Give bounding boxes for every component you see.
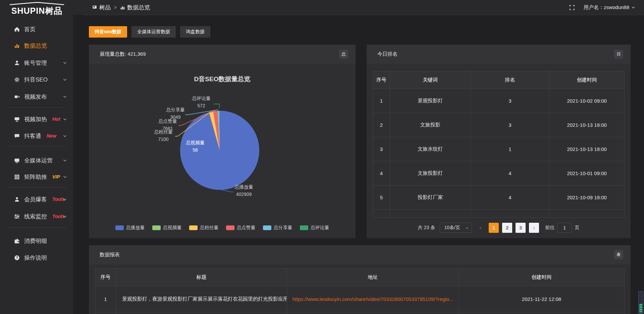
table-row: 1 景观投影灯，夜游景观投影灯厂家展示展示落花灯在花园里的灯光投影应用效果 # … [95,286,624,312]
breadcrumb-item-overview[interactable]: 数据总览 [120,4,150,11]
legend-item[interactable]: 总粉丝量 [189,225,219,231]
sidebar-item-label: 数据总览 [24,42,47,50]
logo[interactable]: SHUPIN树品 [7,2,66,16]
page-size-value: 10条/页 [444,225,460,231]
user-menu[interactable]: 用户名：zswodun88 [584,4,635,11]
sidebar-item-data-overview[interactable]: 数据总览 [0,40,73,51]
impressions-total: 展现量总数: 421,369 [100,51,146,57]
tab-media-operation[interactable]: 全媒体运营数据 [131,26,176,38]
table-row: 1 景观投影灯 3 2021-10-02 09:00 [373,89,624,113]
sidebar-item-douyin-seo[interactable]: 抖音SEO [0,74,73,85]
table-row: 3 文旅水纹灯 1 2021-10-13 18:00 [373,137,624,161]
column-header: 创建时间 [459,269,624,286]
video-url-link[interactable]: https://www.iesdouyin.com/share/video/70… [292,296,453,302]
question-icon: ? [14,255,20,261]
report-table: 序号 标题 地址 创建时间 1 景观投影灯，夜游景观投影灯厂家展示展示落花灯在花… [95,268,625,314]
prev-page-button[interactable]: ‹ [475,223,485,233]
sidebar-item-consumption[interactable]: 消费明细 [0,235,73,247]
sidebar: SHUPIN树品 首页 数据总览 账号管理 抖音SEO 视频发布 [0,0,73,314]
new-badge: New [47,133,56,139]
chevron-down-icon [465,226,469,230]
next-page-button[interactable]: › [529,223,539,233]
sidebar-item-video-heat[interactable]: 视频加热 Hot [0,113,73,125]
breadcrumb-item-app[interactable]: 树品 [92,4,111,11]
chevron-down-icon [63,197,67,202]
breadcrumb: 树品 > 数据总览 [92,0,150,15]
legend-item[interactable]: 总分享量 [263,225,292,231]
page-button-3[interactable]: 3 [516,223,526,233]
sidebar-divider [6,187,66,188]
report-panel-header: 数据报表 表 [89,245,631,264]
legend-item[interactable]: 总点赞量 [226,225,256,231]
sidebar-item-media-operation[interactable]: 全媒体运营 [0,155,73,166]
pie-label-plays: 总播放量402909 [234,183,253,198]
sidebar-item-accounts[interactable]: 账号管理 [0,57,73,68]
bar-chart-icon [120,5,125,10]
tab-douyin-seo[interactable]: 抖音seo数据 [89,26,127,38]
column-header: 创建时间 [549,71,624,89]
legend-swatch [115,225,124,230]
sidebar-item-home[interactable]: 首页 [0,23,73,35]
legend-item[interactable]: 总视频量 [152,225,182,231]
column-header: 序号 [373,71,390,89]
chevron-down-icon [63,77,67,82]
sidebar-item-label: 矩阵助推 [24,173,47,181]
chat-icon [14,133,20,139]
legend-item[interactable]: 总评论量 [300,225,329,231]
svg-text:?: ? [16,256,18,259]
user-icon [14,60,20,66]
page-size-select[interactable]: 10条/页 [440,223,472,233]
home-icon [14,27,20,32]
page-button-1[interactable]: 1 [489,223,499,233]
sidebar-item-video-publish[interactable]: 视频发布 [0,91,73,102]
sidebar-item-member-baoke[interactable]: 会员爆客 Tools [0,194,73,205]
pie-label-videos: 总视频量58 [186,139,205,154]
sidebar-item-douketong[interactable]: 抖客通 New [0,130,73,142]
grid-icon [14,174,20,180]
data-tabs: 抖音seo数据 全媒体运营数据 询盘数据 [89,26,210,38]
dashboard: 树品 > 数据总览 用户名：zswodun88 SHUPIN树品 首页 [0,0,644,314]
scrollbar-widget[interactable] [638,291,643,314]
app-icon [92,5,97,10]
breadcrumb-separator: > [114,5,117,10]
sidebar-item-matrix-boost[interactable]: 矩阵助推 VIP [0,171,73,182]
legend-label: 总评论量 [311,225,329,231]
goto-page-input[interactable] [557,223,572,233]
scrollbar-stripes [639,304,642,313]
chevron-down-icon [63,117,67,121]
legend-swatch [189,225,198,230]
sidebar-item-label: 线索监控 [24,213,47,220]
member-icon [14,197,20,202]
seo-panel-header: 展现量总数: 421,369 总 [89,45,356,64]
sidebar-item-label: 视频发布 [24,93,47,101]
total-button[interactable]: 总 [339,50,348,59]
pagination-total: 共 23 条 [418,225,435,231]
table-row: 5 投影灯厂家 4 2021-10-09 18:00 [373,186,624,210]
sidebar-item-label: 账号管理 [24,59,47,67]
column-header: 关键词 [390,71,471,89]
goto-label: 前往 [545,225,554,231]
fullscreen-icon[interactable] [569,5,575,10]
page-button-2[interactable]: 2 [502,223,512,233]
sidebar-item-label: 首页 [24,25,36,33]
tab-inquiry[interactable]: 询盘数据 [180,26,210,38]
video-title-cell: 景观投影灯，夜游景观投影灯厂家展示展示落花灯在花园里的灯光投影应用效果 # [116,286,287,312]
sidebar-item-label: 视频加热 [24,115,47,123]
sidebar-item-lead-monitor[interactable]: 线索监控 Tools [0,211,73,222]
column-header: 地址 [287,269,459,286]
table-button[interactable]: 表 [614,250,623,259]
chevron-down-icon [63,175,67,179]
day-button[interactable]: 日 [614,50,623,59]
wallet-icon [14,238,20,244]
ranking-title: 今日排名 [377,51,397,57]
legend-label: 总粉丝量 [200,225,219,231]
vip-badge: VIP [52,174,60,179]
table-header-row: 序号 标题 地址 创建时间 [95,269,624,286]
table-row-clipped [373,210,624,218]
table-row: 4 文旅投影灯 4 2021-10-01 09:00 [373,161,624,186]
pagination: 共 23 条 10条/页 ‹ 1 2 3 › 前往 页 [367,223,631,233]
legend-item[interactable]: 总播放量 [115,225,145,231]
bar-chart-icon [14,43,20,49]
column-header: 标题 [116,269,287,286]
sidebar-item-help[interactable]: ? 操作说明 [0,252,73,263]
